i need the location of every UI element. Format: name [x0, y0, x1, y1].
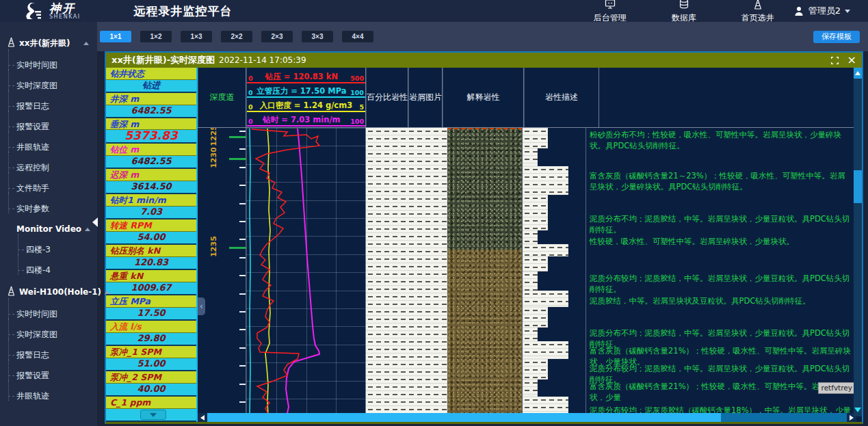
sidebar-item[interactable]: 实时深度图 [0, 324, 97, 345]
scroll-left-button[interactable] [198, 413, 207, 422]
interpreted-lithology-block [523, 291, 568, 307]
parameter-label: 钻压别名 kN [106, 245, 196, 257]
lithology-description-column: 粉砂质分布不均；性较硬，吸水性、可塑性中等。岩屑呈块状，少量碎块状。具PDC钻头… [586, 128, 856, 416]
parameter-value: 5373.83 [106, 130, 196, 142]
panel-collapse-handle[interactable]: ‹ [198, 297, 205, 315]
fullscreen-icon[interactable] [830, 56, 839, 65]
chart-column-header: 百分比岩性 [366, 68, 408, 127]
parameter-row: 泵冲_1 SPM 51.00 [106, 346, 196, 371]
curve-legend-row: 0 立管压力 = 17.50 MPa 100 [247, 83, 365, 98]
parameter-label: 入流 l/s [106, 321, 196, 333]
depth-chart: 深度道 0 钻压 = 120.83 kN 500 0 [198, 68, 862, 422]
parameter-row: 泵冲_2 SPM 40.00 [106, 371, 196, 397]
cuttings-photo [447, 250, 522, 416]
depth-major-tick [229, 158, 246, 160]
sidebar-item[interactable]: 报警日志 [0, 96, 97, 116]
brand-subname: SHENKAI [49, 14, 81, 20]
user-name: 管理员2 [808, 5, 841, 17]
depth-track-header: 深度道 [198, 68, 246, 127]
parameter-value: 7.03 [106, 207, 196, 218]
window-timestamp: 2022-11-14 17:05:39 [219, 55, 306, 65]
sidebar-item[interactable]: 井眼轨迹 [0, 386, 97, 406]
sidebar-item[interactable]: 报警设置 [0, 365, 97, 386]
curve-legend-row: 0 钻时 = 7.03 min/m 100 [247, 112, 365, 127]
sidebar-collapse-handle[interactable] [92, 217, 98, 227]
layout-button[interactable]: 4×4 [342, 31, 373, 42]
interpreted-lithology-block [523, 230, 538, 244]
sidebar-item[interactable]: 实时参数 [0, 198, 97, 219]
horizontal-scrollbar[interactable] [198, 413, 856, 422]
sidebar-item[interactable]: 文件助手 [0, 178, 97, 198]
menu-icon [605, 0, 616, 12]
parameter-row: 钻井状态 钻进 [106, 68, 196, 93]
interpreted-lithology-block [523, 359, 548, 380]
parameter-label: 迟深 m [106, 169, 196, 181]
close-icon[interactable]: × [847, 55, 856, 65]
sidebar-item[interactable]: 远程控制 [0, 157, 97, 178]
sidebar-item[interactable]: 四楼-3 [0, 239, 97, 260]
chart-header: 深度道 0 钻压 = 120.83 kN 500 0 [198, 68, 856, 128]
header-menu-item[interactable]: 数据库 [672, 0, 696, 24]
layout-button[interactable]: 2×3 [261, 31, 293, 42]
lithology-description: 粉砂质分布不均；性较硬，吸水性、可塑性中等。岩屑呈块状，少量碎块状。具PDC钻头… [590, 129, 852, 151]
sidebar-item[interactable]: 实时深度图 [0, 75, 97, 96]
lithology-description: 富含灰质（碳酸钙含量21～23%）；性较硬，吸水性、可塑性中等。岩屑呈块状，少量… [590, 170, 852, 192]
sidebar-item[interactable]: 报警日志 [0, 345, 97, 365]
vertical-scroll-thumb[interactable] [854, 170, 862, 203]
hover-tooltip: retfvtrey [818, 382, 856, 394]
chart-column-header: 解释岩性 [443, 68, 524, 127]
sidebar-item[interactable]: xx井(新井眼) [0, 31, 97, 55]
sidebar-item[interactable]: 四楼-4 [0, 260, 97, 280]
menu-icon [679, 0, 689, 12]
sidebar-item[interactable]: 实时时间图 [0, 55, 97, 75]
curve-rop [286, 129, 319, 416]
window-titlebar[interactable]: xx井(新井眼)-实时深度图 2022-11-14 17:05:39 × [106, 53, 862, 68]
parameter-row: 钻位 m 6482.55 [106, 144, 196, 169]
interpreted-lithology-column [523, 128, 586, 416]
well-tree-sidebar: xx井(新井眼) 实时时间图 [0, 22, 97, 426]
scroll-down-button[interactable] [854, 405, 861, 414]
layout-toolbar: 1×1 1×2 1×3 2×2 2×3 3×3 4×4 保存模板 [97, 22, 868, 51]
sidebar-item[interactable]: Wei-H100(Hole-1) [0, 280, 97, 304]
interpreted-lithology-block [523, 307, 548, 328]
header-menu-item[interactable]: 后台管理 [594, 0, 627, 24]
interpreted-lithology-block [523, 271, 538, 291]
parameter-row: 钻时1 min/m 7.03 [106, 194, 196, 219]
depth-major-tick [229, 247, 246, 249]
header-menu-item[interactable]: 首页选井 [741, 0, 774, 24]
depth-major-tick [229, 136, 246, 138]
curve-legend-row: 0 钻压 = 120.83 kN 500 [247, 69, 365, 83]
shenkai-logo-icon [25, 2, 42, 20]
parameter-label: C_1 ppm [106, 397, 196, 409]
sidebar-item[interactable]: 实时时间图 [0, 304, 97, 324]
parameter-value: 120.83 [106, 257, 196, 269]
parameter-value: 40.00 [106, 384, 196, 395]
parameter-label: 井深 m [106, 93, 196, 105]
layout-button[interactable]: 1×3 [181, 31, 212, 42]
layout-button[interactable]: 1×2 [140, 31, 172, 42]
lithology-description: 泥质分布较均；泥质胶结，中等。岩屑呈块状，少量豆粒状。具PDC钻头切削特征。 [590, 273, 852, 295]
user-menu[interactable]: 管理员2 [793, 5, 868, 17]
chart-column-header: 岩屑图片 [408, 68, 443, 127]
sidebar-item[interactable]: 井眼轨迹 [0, 137, 97, 157]
layout-button[interactable]: 1×1 [100, 31, 131, 42]
chevron-up-icon [85, 228, 90, 231]
parameter-label: 泵冲_1 SPM [106, 346, 196, 358]
interpreted-lithology-block [523, 328, 538, 341]
sidebar-item[interactable]: Monitor Video [0, 219, 97, 239]
interpreted-lithology-block [523, 244, 568, 256]
vertical-scrollbar[interactable] [854, 68, 862, 416]
interpreted-lithology-block [523, 195, 548, 230]
horizontal-scroll-thumb[interactable] [207, 413, 721, 422]
scroll-up-button[interactable] [854, 68, 862, 79]
parameter-row: 迟深 m 3614.50 [106, 169, 196, 194]
user-icon [793, 5, 804, 16]
parameter-value: 6482.55 [106, 105, 196, 117]
layout-button[interactable]: 3×3 [302, 31, 333, 42]
layout-button[interactable]: 2×2 [221, 31, 252, 42]
parameter-row: 转速 RPM 54.00 [106, 219, 196, 245]
parameter-row: 入流 l/s 29.80 [106, 321, 196, 346]
save-template-button[interactable]: 保存模板 [813, 31, 860, 43]
parameter-dropdown-button[interactable] [140, 410, 166, 420]
sidebar-item[interactable]: 报警设置 [0, 116, 97, 137]
